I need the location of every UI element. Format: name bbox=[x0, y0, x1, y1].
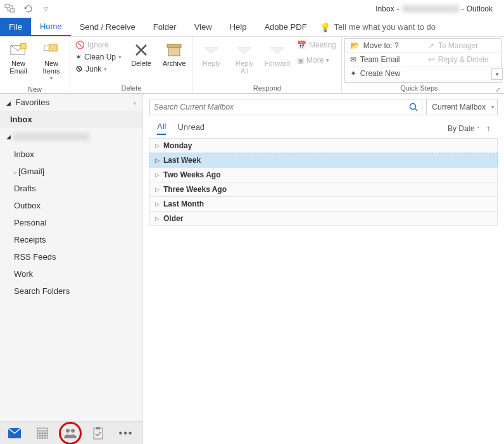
main-area: ◢ Favorites ‹ Inbox ◢ Inbox [Gmail] Draf… bbox=[0, 94, 504, 444]
search-input[interactable] bbox=[154, 103, 409, 111]
folder-gmail[interactable]: [Gmail] bbox=[0, 163, 142, 180]
title-app: Outlook bbox=[467, 4, 493, 13]
nav-mail-icon[interactable] bbox=[8, 426, 22, 440]
title-inbox: Inbox bbox=[375, 4, 394, 13]
reply-all-icon bbox=[236, 42, 253, 58]
qs-reply-delete[interactable]: ↩Reply & Delete bbox=[423, 53, 501, 67]
nav-more-icon[interactable]: ••• bbox=[119, 426, 133, 440]
tab-file[interactable]: File bbox=[0, 18, 31, 36]
group-last-month[interactable]: ▷Last Month bbox=[149, 196, 498, 212]
qs-to-manager[interactable]: ↗To Manager bbox=[423, 39, 501, 53]
meeting-button[interactable]: 📅Meeting bbox=[296, 39, 337, 51]
qs-expand-button[interactable]: ▾ bbox=[491, 68, 503, 80]
archive-icon bbox=[166, 42, 182, 58]
qs-team-email[interactable]: ✉Team Email bbox=[345, 53, 423, 67]
more-icon: ▣ bbox=[297, 56, 304, 65]
undo-icon[interactable] bbox=[22, 3, 34, 15]
new-items-button[interactable]: New Items ▾ bbox=[37, 39, 66, 84]
reply-button[interactable]: Reply bbox=[197, 39, 226, 70]
folder-rss[interactable]: RSS Feeds bbox=[0, 248, 142, 265]
tab-help[interactable]: Help bbox=[221, 18, 256, 36]
window-title: Inbox - - Outlook bbox=[375, 4, 493, 13]
group-last-week[interactable]: ▷Last Week bbox=[149, 153, 498, 168]
archive-button[interactable]: Archive bbox=[160, 39, 189, 70]
group-three-weeks[interactable]: ▷Three Weeks Ago bbox=[149, 182, 498, 197]
group-two-weeks[interactable]: ▷Two Weeks Ago bbox=[149, 167, 498, 182]
team-icon: ✉ bbox=[350, 55, 356, 64]
folder-outbox[interactable]: Outbox bbox=[0, 197, 142, 214]
sort-by-date[interactable]: By Date ˅ bbox=[448, 124, 480, 133]
ribbon-tabs: File Home Send / Receive Folder View Hel… bbox=[0, 18, 504, 37]
tab-view[interactable]: View bbox=[186, 18, 221, 36]
svg-rect-3 bbox=[21, 44, 26, 49]
favorites-header[interactable]: ◢ Favorites ‹ bbox=[0, 94, 142, 111]
group-delete: 🚫Ignore ✶Clean Up▾ 🛇Junk▾ Delete Archive… bbox=[70, 37, 193, 93]
favorites-inbox[interactable]: Inbox bbox=[0, 111, 142, 128]
forward-button[interactable]: Forward bbox=[263, 39, 292, 70]
reply-all-button[interactable]: Reply All bbox=[230, 39, 259, 77]
cleanup-button[interactable]: ✶Clean Up▾ bbox=[74, 51, 123, 63]
tab-adobe-pdf[interactable]: Adobe PDF bbox=[255, 18, 315, 36]
folder-personal[interactable]: Personal bbox=[0, 214, 142, 231]
broom-icon: ✶ bbox=[75, 53, 82, 61]
junk-button[interactable]: 🛇Junk▾ bbox=[74, 63, 123, 75]
nav-tasks-icon[interactable] bbox=[91, 426, 105, 440]
filter-all[interactable]: All bbox=[157, 122, 166, 135]
group-quick-steps: 📂Move to: ? ↗To Manager ✉Team Email ↩Rep… bbox=[342, 37, 504, 93]
junk-icon: 🛇 bbox=[75, 65, 83, 73]
search-scope-dropdown[interactable]: Current Mailbox bbox=[426, 99, 498, 115]
send-receive-icon[interactable] bbox=[4, 3, 16, 15]
group-new-label: New bbox=[4, 84, 66, 94]
new-email-button[interactable]: New Email bbox=[4, 39, 33, 77]
qs-create-new[interactable]: ✦Create New bbox=[345, 67, 423, 80]
folder-inbox[interactable]: Inbox bbox=[0, 146, 142, 163]
folder-move-icon: 📂 bbox=[350, 41, 360, 50]
reply-icon bbox=[203, 42, 220, 58]
search-icon[interactable] bbox=[409, 103, 418, 111]
svg-point-11 bbox=[71, 429, 75, 433]
qs-move-to[interactable]: 📂Move to: ? bbox=[345, 39, 423, 53]
sort-direction-icon[interactable]: ↑ bbox=[486, 124, 490, 133]
x-icon bbox=[133, 42, 149, 58]
group-respond-label: Respond bbox=[197, 83, 337, 93]
nav-people-icon[interactable] bbox=[63, 426, 77, 440]
group-qs-label: Quick Steps bbox=[344, 83, 494, 93]
account-name-redacted bbox=[402, 5, 459, 13]
more-respond-button[interactable]: ▣More▾ bbox=[296, 54, 337, 66]
svg-rect-7 bbox=[168, 48, 180, 56]
svg-point-10 bbox=[66, 429, 70, 433]
account-header[interactable]: ◢ bbox=[0, 128, 142, 146]
tab-send-receive[interactable]: Send / Receive bbox=[71, 18, 144, 36]
folder-work[interactable]: Work bbox=[0, 265, 142, 282]
reply-delete-icon: ↩ bbox=[428, 55, 434, 64]
group-older[interactable]: ▷Older bbox=[149, 211, 498, 226]
titlebar: ▽ Inbox - - Outlook bbox=[0, 0, 504, 18]
group-monday[interactable]: ▷Monday bbox=[149, 138, 498, 153]
minimize-pane-icon[interactable]: ‹ bbox=[134, 99, 136, 106]
new-items-label: New Items bbox=[43, 60, 60, 75]
folder-search-folders[interactable]: Search Folders bbox=[0, 282, 142, 300]
folder-receipts[interactable]: Receipts bbox=[0, 231, 142, 248]
svg-rect-6 bbox=[167, 44, 181, 48]
tab-home[interactable]: Home bbox=[31, 18, 71, 36]
new-email-label: New Email bbox=[9, 60, 27, 75]
filter-unread[interactable]: Unread bbox=[177, 122, 205, 134]
group-delete-label: Delete bbox=[74, 83, 189, 93]
delete-button[interactable]: Delete bbox=[127, 39, 156, 70]
svg-rect-1 bbox=[10, 9, 15, 12]
navigation-bar: ••• bbox=[0, 421, 142, 444]
qs-launcher-icon[interactable]: ⤢ bbox=[494, 86, 501, 93]
folder-drafts[interactable]: Drafts bbox=[0, 180, 142, 197]
lightbulb-icon: 💡 bbox=[320, 22, 331, 32]
ignore-button[interactable]: 🚫Ignore bbox=[74, 39, 123, 51]
svg-point-14 bbox=[410, 104, 416, 110]
search-box[interactable] bbox=[149, 99, 422, 115]
customize-qat-icon[interactable]: ▽ bbox=[39, 3, 52, 15]
tell-me-label: Tell me what you want to do bbox=[334, 22, 436, 32]
new-items-icon bbox=[43, 42, 60, 58]
envelope-icon bbox=[10, 42, 27, 58]
nav-calendar-icon[interactable] bbox=[35, 426, 49, 440]
tab-folder[interactable]: Folder bbox=[144, 18, 186, 36]
tell-me[interactable]: 💡 Tell me what you want to do bbox=[320, 18, 436, 36]
ignore-icon: 🚫 bbox=[75, 41, 85, 49]
